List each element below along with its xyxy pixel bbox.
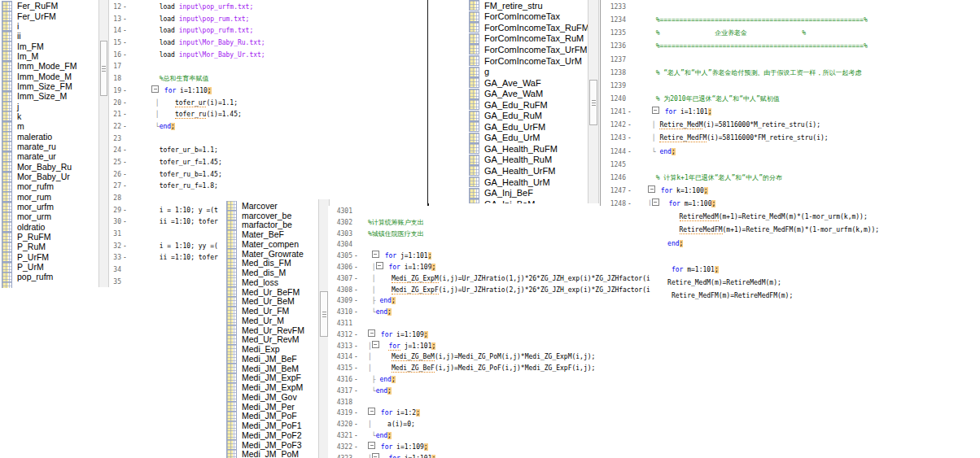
code-line[interactable]: 1241- for i=1:101;	[604, 106, 980, 119]
variable-list-item[interactable]: P_UrFM	[2, 252, 109, 262]
workspace3-scrollbar-thumb[interactable]	[320, 291, 328, 337]
variable-list-item[interactable]: Medi_JM_Per	[226, 402, 330, 412]
code-editor-medical-script[interactable]: 43014302%计算统筹账户支出4303%城镇住院医疗支出43044305- …	[328, 206, 656, 458]
code-line[interactable]: 4318	[330, 397, 656, 408]
code-line[interactable]: 1247- for k=1:100;	[604, 185, 980, 198]
variable-list-item[interactable]: Med_Ur_M	[226, 316, 330, 325]
code-line[interactable]: 14- load input\pop_rufm.txt;	[111, 25, 427, 37]
variable-list-item[interactable]: Medi_JM_ExpF	[226, 373, 330, 383]
variable-list-item[interactable]: Med_Ur_FM	[226, 306, 330, 316]
variable-list-item[interactable]: GA_Inj_BeF	[469, 187, 600, 198]
code-line[interactable]: 1240 % 为2010年已退休“老人”和“中人”赋初值	[604, 93, 980, 106]
code-line[interactable]: 4310- └end;	[330, 307, 656, 318]
code-line[interactable]: 1235 % 企业养老金 %	[604, 27, 980, 40]
code-line[interactable]: Retire_MedFM(m)=RetireMedFM(m);	[604, 290, 980, 303]
variable-list-item[interactable]: Fer_UrFM	[2, 11, 109, 20]
code-line[interactable]: 4313-│ for j=1:101;	[330, 341, 656, 352]
code-line[interactable]: 27- tofer_ru_f=1.8;	[111, 181, 427, 193]
code-line[interactable]: 4308- │ Medi_ZG_ExpF(i,j)=Ur_JZHratio(2,…	[330, 285, 656, 296]
variable-list-item[interactable]: ForComIncomeTax_UrM	[469, 55, 600, 67]
variable-list-item[interactable]: Med_dis_FM	[226, 259, 330, 268]
code-line[interactable]: 20- │ tofer_ur(i)=1.1;	[111, 98, 427, 110]
variable-list-item[interactable]: Im_M	[2, 51, 109, 61]
variable-list-item[interactable]: Imm_Mode_M	[2, 71, 109, 81]
variable-list-item[interactable]: ii	[2, 31, 109, 41]
variable-list-item[interactable]: i	[2, 21, 109, 31]
variable-list-item[interactable]: GA_Edu_UrM	[469, 133, 600, 144]
code-line[interactable]: 25- tofer_ur_f=1.45;	[111, 157, 427, 169]
variable-list-item[interactable]: GA_Inj_BeM	[469, 198, 600, 203]
code-line[interactable]: 1242- │ Retire_MedM(i)=58116000*M_retire…	[604, 119, 980, 132]
code-fold-icon[interactable]	[376, 262, 383, 269]
variable-list-item[interactable]: P_RuM	[2, 242, 109, 251]
code-line[interactable]: 19- for i=1:110;	[111, 85, 427, 98]
variable-list-item[interactable]: Medi_JM_PoF2	[226, 430, 330, 440]
code-line[interactable]: 4316- ├ end;	[330, 374, 656, 386]
variable-list-item[interactable]: Med_Ur_BeM	[226, 297, 330, 307]
variable-list-item[interactable]: ForComIncomeTax_RuM	[469, 33, 600, 45]
code-line[interactable]: 24- tofer_ur_b=1.1;	[111, 145, 427, 157]
variable-list-item[interactable]: marate_ru	[2, 142, 109, 151]
variable-list-item[interactable]: GA_Edu_RuFM	[469, 99, 600, 111]
variable-list-item[interactable]: marfactor_be	[226, 220, 330, 230]
variable-list-item[interactable]: Mater_BeF	[226, 229, 330, 239]
variable-list-item[interactable]: Medi_JM_PoM	[226, 450, 330, 458]
code-line[interactable]: 4314-│ Medi_ZG_BeM(i,j)=Medi_ZG_PoM(i,j)…	[330, 351, 656, 363]
code-line[interactable]: RetireMedM(m+1)=Retire_MedM(m)*(1-mor_ur…	[604, 211, 980, 224]
variable-list-item[interactable]	[2, 282, 109, 288]
code-line[interactable]: 4319- for i=1:2;	[330, 408, 656, 419]
code-line[interactable]: 26- tofer_ru_b=1.45;	[111, 169, 427, 181]
code-line[interactable]: 4303%城镇住院医疗支出	[330, 229, 656, 240]
variable-list-item[interactable]: k	[2, 111, 109, 121]
code-line[interactable]: 1237	[604, 54, 980, 67]
code-line[interactable]: for m=1:101;	[604, 264, 980, 277]
variable-list-item[interactable]: Mater_compen	[226, 239, 330, 249]
variable-list-item[interactable]: FM_retire_stru	[469, 0, 600, 11]
variable-list-item[interactable]: mor_rum	[2, 192, 109, 202]
variable-list-item[interactable]: mor_urm	[2, 212, 109, 221]
code-line[interactable]: 21- │ tofer_ru(i)=1.45;	[111, 109, 427, 121]
code-fold-icon[interactable]	[652, 107, 659, 114]
variable-list-item[interactable]: Medi_JM_BeF	[226, 354, 330, 364]
code-line[interactable]: 4306- │ for i=1:109;	[330, 262, 656, 273]
code-line[interactable]: 1238 % “老人”和“中人”养老金给付预测。由于假设工资一样，所以一起考虑	[604, 67, 980, 80]
code-line[interactable]: 4307- │ Medi_ZG_ExpM(i,j)=Ur_JZHratio(1,…	[330, 273, 656, 285]
variable-list-item[interactable]: Im_FM	[2, 41, 109, 50]
variable-list-item[interactable]: j	[2, 101, 109, 111]
variable-list-item[interactable]: Imm_Size_FM	[2, 81, 109, 91]
variable-list-item[interactable]: Imm_Size_M	[2, 91, 109, 101]
code-line[interactable]: end;	[604, 238, 980, 251]
variable-list-item[interactable]: marcover_be	[226, 211, 330, 220]
workspace2-scrollbar-thumb[interactable]	[589, 80, 597, 125]
variable-list-item[interactable]: Fer_RuFM	[2, 1, 109, 11]
variable-list-item[interactable]: marate_ur	[2, 151, 109, 161]
code-fold-icon[interactable]	[652, 198, 659, 206]
code-line[interactable]: 4312- for i=1:109;	[330, 329, 656, 341]
code-line[interactable]: 4323-│ for j=1:101;	[330, 453, 656, 458]
variable-list-item[interactable]: Medi_JM_PoF1	[226, 421, 330, 430]
variable-list-item[interactable]: m	[2, 121, 109, 131]
code-fold-icon[interactable]	[372, 453, 379, 458]
code-line[interactable]: 15- load input\Mor_Baby_Ru.txt;	[111, 37, 427, 50]
code-line[interactable]: 4304	[330, 239, 656, 251]
variable-list-item[interactable]: Med_dis_M	[226, 268, 330, 277]
code-line[interactable]: Retire_MedM(m)=RetireMedM(m);	[604, 277, 980, 290]
variable-list-item[interactable]: Mor_Baby_Ru	[2, 162, 109, 172]
code-fold-icon[interactable]	[151, 85, 159, 93]
variable-list-item[interactable]: Imm_Mode_FM	[2, 61, 109, 71]
variable-list-item[interactable]: mor_urfm	[2, 202, 109, 212]
code-line[interactable]: 1236 %==================================…	[604, 40, 980, 53]
variable-list-item[interactable]: Medi_Exp	[226, 344, 330, 354]
variable-list-item[interactable]: oldratio	[2, 222, 109, 232]
workspace1-scrollbar[interactable]	[98, 0, 109, 287]
code-line[interactable]: 1234 %==================================…	[604, 14, 980, 27]
code-line[interactable]: 4302%计算统筹账户支出	[330, 217, 656, 229]
variable-list-item[interactable]: GA_Health_UrFM	[469, 165, 600, 177]
variable-list-item[interactable]: pop_rufm	[2, 272, 109, 281]
variable-list-item[interactable]: Medi_JM_PoF3	[226, 440, 330, 450]
code-line[interactable]: 1248-│ for m=1:100;	[604, 198, 980, 211]
code-line[interactable]: 4305- for j=1:101;	[330, 251, 656, 262]
variable-list-item[interactable]: GA_Health_RuM	[469, 155, 600, 166]
code-line[interactable]: 4317- └end;	[330, 386, 656, 397]
code-editor-pension-script[interactable]: 12331234 %==============================…	[600, 0, 980, 458]
